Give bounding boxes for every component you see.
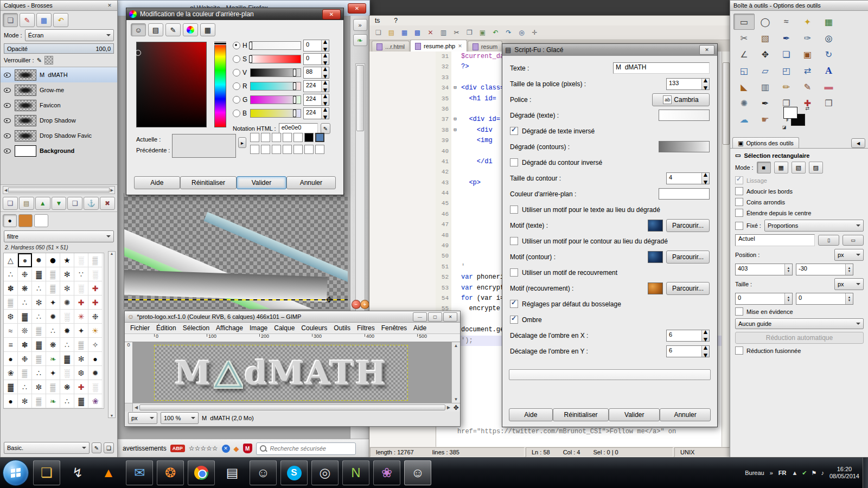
layer-row[interactable]: Grow-me bbox=[1, 82, 117, 98]
toolbox-titlebar[interactable]: Boîte à outils - Options des outils bbox=[730, 1, 868, 11]
clock[interactable]: 16:20 08/05/2014 bbox=[829, 466, 859, 480]
reset-colors-icon[interactable]: ◪ bbox=[782, 125, 787, 130]
lock-pixels-icon[interactable]: ✎ bbox=[37, 57, 42, 64]
cancel-button[interactable]: Annuler bbox=[660, 408, 711, 421]
channel-spin-H[interactable]: 0▲▼ bbox=[303, 40, 329, 52]
taskbar-chrome[interactable] bbox=[188, 460, 215, 485]
gradient-button[interactable] bbox=[659, 141, 710, 152]
add-to-history-button[interactable]: ▸ bbox=[238, 137, 246, 148]
brush-item[interactable]: ★ bbox=[60, 253, 74, 267]
visibility-eye-icon[interactable] bbox=[3, 101, 11, 109]
brush-item[interactable]: ● bbox=[32, 253, 46, 267]
paths-tool[interactable]: ✒ bbox=[776, 30, 797, 46]
brush-item[interactable]: ▒ bbox=[32, 324, 46, 338]
brush-item[interactable]: ✽ bbox=[4, 281, 18, 296]
brush-item[interactable]: ▓ bbox=[60, 352, 74, 366]
aspect-ratio-input[interactable]: Actuel bbox=[735, 234, 815, 246]
undo-button[interactable]: ↶ bbox=[490, 27, 501, 38]
brush-item[interactable]: ▒ bbox=[46, 267, 60, 281]
shear-tool[interactable]: ▱ bbox=[755, 62, 776, 79]
brush-item[interactable]: ░ bbox=[74, 253, 88, 267]
history-swatch[interactable] bbox=[272, 145, 281, 154]
menu-couleurs[interactable]: Couleurs bbox=[298, 324, 330, 332]
brush-item[interactable]: ░ bbox=[60, 310, 74, 324]
history-swatch[interactable] bbox=[283, 133, 292, 142]
brush-item[interactable]: ▓ bbox=[32, 338, 46, 352]
history-swatch[interactable] bbox=[304, 145, 314, 154]
notation-edit-button[interactable]: ✎ bbox=[321, 123, 330, 134]
new-layer-button[interactable]: ❏ bbox=[3, 197, 18, 210]
size-unit-combo[interactable]: px bbox=[834, 278, 864, 290]
menu-outils[interactable]: Outils bbox=[330, 324, 354, 332]
brush-item[interactable]: ✹ bbox=[88, 366, 103, 380]
menu-sélection[interactable]: Sélection bbox=[180, 324, 213, 332]
swap-colors-icon[interactable]: ⇄ bbox=[805, 106, 809, 111]
redo-button[interactable]: ↷ bbox=[503, 27, 514, 38]
visibility-eye-icon[interactable] bbox=[3, 86, 11, 94]
history-swatch[interactable] bbox=[272, 133, 281, 142]
position-y-spinner[interactable]: -30▲▼ bbox=[796, 264, 853, 275]
ok-button[interactable]: Valider bbox=[609, 408, 660, 421]
channel-spin-B[interactable]: 224▲▼ bbox=[303, 107, 329, 119]
gradient-button[interactable] bbox=[659, 110, 710, 121]
layers-tab-icon[interactable]: ❏ bbox=[3, 13, 18, 27]
menu-image[interactable]: Image bbox=[246, 324, 271, 332]
menu-help[interactable]: ? bbox=[394, 17, 398, 24]
color-button[interactable] bbox=[659, 188, 710, 200]
channel-slider-H[interactable] bbox=[250, 41, 301, 50]
brush-item[interactable]: ✽ bbox=[18, 338, 32, 352]
font-button[interactable]: abCambria bbox=[652, 93, 710, 106]
brush-item[interactable]: ∴ bbox=[32, 281, 46, 296]
collapse-options-button[interactable]: ◀ bbox=[851, 138, 865, 148]
cut-button[interactable]: ✂ bbox=[451, 27, 462, 38]
brush-item[interactable]: ∴ bbox=[46, 324, 60, 338]
show-hidden-icons[interactable]: ▲ bbox=[792, 470, 797, 477]
lower-layer-button[interactable]: ▼ bbox=[52, 197, 67, 210]
gimp-selector-tab[interactable]: ☺ bbox=[131, 23, 146, 36]
brush-item[interactable]: ∴ bbox=[60, 338, 74, 352]
menu-fragment[interactable]: ts bbox=[375, 17, 380, 24]
gradient-preview-tab[interactable] bbox=[34, 214, 48, 227]
canvas-vertical-scrollbar[interactable]: ▲▼ bbox=[451, 342, 460, 403]
brush-item[interactable]: ❉ bbox=[18, 267, 32, 281]
feather-checkbox[interactable] bbox=[735, 187, 743, 195]
layer-row[interactable]: Drop Shadow Favic bbox=[1, 128, 117, 143]
channel-spin-V[interactable]: 88▲▼ bbox=[303, 67, 329, 79]
brush-set-combo[interactable]: Basic. bbox=[4, 442, 90, 454]
lock-alpha-icon[interactable] bbox=[44, 56, 53, 65]
dialog-close-button[interactable]: ✕ bbox=[322, 9, 341, 20]
channel-radio-S[interactable] bbox=[233, 55, 240, 63]
fixed-checkbox[interactable] bbox=[735, 222, 743, 230]
history-swatch[interactable] bbox=[315, 133, 324, 142]
brush-item[interactable]: ● bbox=[4, 394, 18, 408]
brush-item[interactable]: ✻ bbox=[74, 352, 88, 366]
brush-filter-combo[interactable]: filtre bbox=[4, 230, 114, 242]
mode-add-button[interactable]: ▦ bbox=[774, 162, 788, 174]
channel-slider-B[interactable] bbox=[250, 109, 301, 118]
browse-button[interactable]: Parcourir... bbox=[666, 251, 710, 264]
quickmask-toggle[interactable] bbox=[125, 403, 133, 412]
brush-item[interactable]: ● bbox=[46, 253, 60, 267]
brush-item[interactable]: ● bbox=[18, 253, 32, 267]
search-input[interactable] bbox=[269, 445, 352, 452]
edit-brush-button[interactable]: ✎ bbox=[92, 442, 101, 453]
layer-row[interactable]: M dMATH bbox=[1, 67, 117, 82]
align-tool[interactable]: ❏ bbox=[776, 46, 797, 62]
spinner[interactable]: 6▲▼ bbox=[666, 330, 710, 342]
firefox-close-button[interactable]: ✕ bbox=[348, 3, 366, 14]
editor-scrollbar[interactable] bbox=[722, 52, 730, 447]
brush-item[interactable]: ✚ bbox=[74, 380, 88, 394]
smudge-tool[interactable]: ☛ bbox=[755, 111, 776, 127]
brush-item[interactable]: ░ bbox=[88, 267, 103, 281]
perspective-tool[interactable]: ◰ bbox=[776, 62, 797, 79]
scale-tool[interactable]: ◱ bbox=[733, 62, 755, 79]
fuzzy-select-tool[interactable]: ✦ bbox=[797, 14, 818, 30]
history-swatch[interactable] bbox=[261, 145, 270, 154]
menu-filtres[interactable]: Filtres bbox=[354, 324, 378, 332]
tool-options-tab[interactable]: ▣ Options des outils bbox=[732, 137, 799, 149]
cmyk-selector-tab[interactable]: ▤ bbox=[148, 23, 163, 36]
ellipse-select-tool[interactable]: ◯ bbox=[755, 14, 776, 30]
channel-slider-S[interactable] bbox=[250, 55, 301, 63]
scrollbar-thumb[interactable] bbox=[723, 62, 730, 145]
checkbox[interactable] bbox=[510, 206, 518, 214]
